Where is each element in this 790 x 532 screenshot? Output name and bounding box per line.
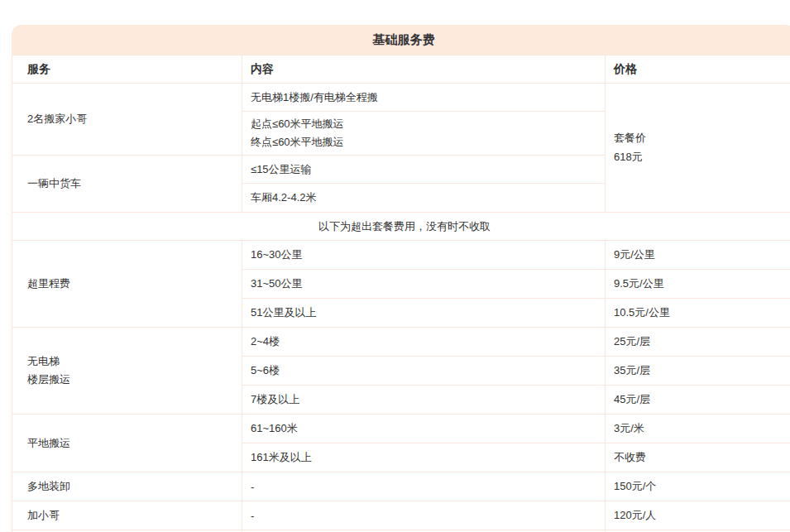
- table-row: 加小哥 - 120元/人: [12, 501, 790, 530]
- price-cell: 120元/人: [606, 501, 790, 530]
- content-cell: ≤15公里运输: [242, 156, 606, 184]
- price-cell: 9.5元/公里: [606, 270, 790, 299]
- price-cell: 9元/公里: [606, 241, 790, 270]
- price-cell: 不收费: [606, 443, 790, 472]
- content-cell: -: [242, 501, 606, 530]
- price-cell: 25元/层: [606, 328, 790, 357]
- col-header-content: 内容: [242, 55, 606, 84]
- pricing-table: 服务 内容 价格 2名搬家小哥 无电梯1楼搬/有电梯全程搬 套餐价 618元 起…: [12, 55, 790, 532]
- table-row: 多地装卸 - 150元/个: [12, 472, 790, 501]
- pricing-card: 基础服务费 服务 内容 价格 2名搬家小哥 无电梯1楼搬/有电梯全程搬 套餐价 …: [12, 25, 790, 532]
- price-cell: 35元/层: [606, 357, 790, 386]
- table-header-row: 服务 内容 价格: [12, 55, 790, 84]
- price-cell: 3元/米: [606, 415, 790, 443]
- content-cell: 161米及以上: [242, 443, 606, 472]
- col-header-price: 价格: [606, 55, 790, 84]
- content-cell: 5~6楼: [242, 357, 606, 386]
- service-cell: 多地装卸: [12, 472, 242, 501]
- price-cell: 45元/层: [606, 386, 790, 415]
- content-cell: 7楼及以上: [242, 386, 606, 415]
- table-row: 平地搬运 61~160米 3元/米: [12, 415, 790, 443]
- table-row: 无电梯 楼层搬运 2~4楼 25元/层: [12, 328, 790, 357]
- service-cell: 无电梯 楼层搬运: [12, 328, 242, 415]
- price-cell: 10.5元/公里: [606, 299, 790, 328]
- content-cell: 51公里及以上: [242, 299, 606, 328]
- content-cell: 起点≤60米平地搬运 终点≤60米平地搬运: [242, 112, 606, 156]
- price-cell: 150元/个: [606, 472, 790, 501]
- pricing-card-title: 基础服务费: [12, 25, 790, 55]
- banner-note: 以下为超出套餐费用，没有时不收取: [12, 213, 790, 241]
- table-row: 超里程费 16~30公里 9元/公里: [12, 241, 790, 270]
- service-cell: 2名搬家小哥: [12, 84, 242, 156]
- content-cell: 31~50公里: [242, 270, 606, 299]
- service-cell: 一辆中货车: [12, 156, 242, 213]
- content-cell: 2~4楼: [242, 328, 606, 357]
- col-header-service: 服务: [12, 55, 242, 84]
- price-cell: 套餐价 618元: [606, 84, 790, 213]
- table-row: 2名搬家小哥 无电梯1楼搬/有电梯全程搬 套餐价 618元: [12, 84, 790, 112]
- content-cell: 无电梯1楼搬/有电梯全程搬: [242, 84, 606, 112]
- banner-row: 以下为超出套餐费用，没有时不收取: [12, 213, 790, 241]
- content-cell: 16~30公里: [242, 241, 606, 270]
- service-cell: 平地搬运: [12, 415, 242, 472]
- content-cell: -: [242, 472, 606, 501]
- service-cell: 加小哥: [12, 501, 242, 530]
- service-cell: 超里程费: [12, 241, 242, 328]
- content-cell: 车厢4.2-4.2米: [242, 184, 606, 213]
- content-cell: 61~160米: [242, 415, 606, 443]
